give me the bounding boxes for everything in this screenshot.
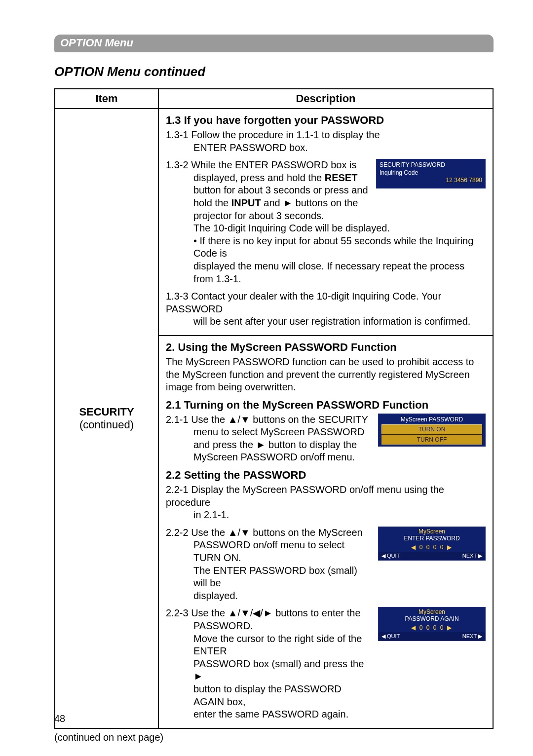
text: displayed, press and hold the [193, 172, 325, 183]
banner-text: OPTION Menu [60, 37, 133, 49]
text: Move the cursor to the right side of the… [193, 633, 362, 657]
text: hold the [193, 197, 231, 208]
panel-subtitle: ENTER PASSWORD [379, 535, 485, 543]
inquiring-code-value: 12 3456 7890 [380, 177, 482, 185]
item-cell: SECURITY (continued) [55, 109, 158, 728]
text: PASSWORD on/off menu to select TURN ON. [193, 539, 344, 563]
continued-note: (continued on next page) [54, 732, 494, 743]
reset-label: RESET [325, 172, 358, 183]
quit-label: ◀ QUIT [381, 553, 400, 559]
text: 2.1-1 Use the ▲/▼ buttons on the SECURIT… [166, 414, 368, 425]
text: PASSWORD box (small) and press the ► [193, 658, 364, 682]
panel-title: MyScreen PASSWORD [380, 415, 484, 424]
text: ENTER PASSWORD box. [166, 142, 486, 154]
text: in 2.1-1. [166, 509, 486, 522]
turn-on-option: TURN ON [381, 424, 482, 434]
heading-2-2: 2.2 Setting the PASSWORD [166, 469, 486, 482]
heading-2-1: 2.1 Turning on the MyScreen PASSWORD Fun… [166, 399, 486, 412]
next-label: NEXT ▶ [462, 553, 482, 559]
text: 1.3-2 While the ENTER PASSWORD box is [166, 159, 356, 170]
col-desc-header: Description [158, 89, 493, 109]
text: 2.2-1 Display the MyScreen PASSWORD on/o… [166, 484, 444, 508]
heading-2: 2. Using the MyScreen PASSWORD Function [166, 341, 486, 354]
text: 1.3-3 Contact your dealer with the 10-di… [166, 291, 441, 314]
section-1-3: 1.3 If you have forgotten your PASSWORD … [159, 109, 493, 335]
text: MyScreen PASSWORD on/off menu. [193, 452, 355, 462]
text: The ENTER PASSWORD box (small) will be [193, 565, 357, 589]
text: will be sent after your user registratio… [166, 315, 486, 328]
password-again-panel: MyScreen PASSWORD AGAIN ◀ 0 0 0 0 ▶ ◀ QU… [378, 607, 486, 641]
text: PASSWORD. [193, 620, 253, 631]
text: and ► buttons on the [261, 197, 358, 208]
text: • If there is no key input for about 55 … [193, 235, 473, 259]
heading-1-3: 1.3 If you have forgotten your PASSWORD [166, 114, 486, 127]
text: displayed. [193, 590, 238, 601]
enter-password-panel: MyScreen ENTER PASSWORD ◀ 0 0 0 0 ▶ ◀ QU… [378, 527, 486, 561]
password-digits: ◀ 0 0 0 0 ▶ [379, 543, 485, 552]
password-digits: ◀ 0 0 0 0 ▶ [379, 623, 485, 632]
option-table: Item Description SECURITY (continued) 1.… [54, 88, 494, 729]
inquiring-code-panel: SECURITY PASSWORD Inquiring Code 12 3456… [376, 159, 486, 189]
next-label: NEXT ▶ [462, 633, 482, 640]
text: displayed the menu will close. If necess… [193, 261, 464, 284]
text: 2.2-3 Use the ▲/▼/◀/► buttons to enter t… [166, 607, 361, 618]
text: projector for about 3 seconds. [193, 210, 324, 221]
text: button to display the PASSWORD AGAIN box… [193, 683, 342, 707]
quit-label: ◀ QUIT [381, 633, 400, 640]
panel-title: MyScreen [379, 527, 485, 535]
text: button for about 3 seconds or press and [193, 185, 368, 195]
section-banner: OPTION Menu [54, 35, 494, 52]
panel-title: SECURITY PASSWORD [380, 161, 482, 169]
text: 2.2-2 Use the ▲/▼ buttons on the MyScree… [166, 527, 363, 538]
item-main: SECURITY [58, 406, 155, 418]
turn-off-option: TURN OFF [381, 435, 482, 445]
panel-subtitle: Inquiring Code [380, 169, 482, 177]
text: The MyScreen PASSWORD function can be us… [166, 356, 486, 394]
item-sub: (continued) [58, 418, 155, 431]
text: 1.3-1 Follow the procedure in 1.1-1 to d… [166, 129, 380, 140]
section-2: 2. Using the MyScreen PASSWORD Function … [159, 336, 493, 728]
text: menu to select MyScreen PASSWORD [193, 426, 364, 437]
input-label: INPUT [231, 197, 261, 208]
myscreen-onoff-panel: MyScreen PASSWORD TURN ON TURN OFF [378, 414, 486, 447]
panel-subtitle: PASSWORD AGAIN [379, 615, 485, 623]
text: The 10-digit Inquiring Code will be disp… [193, 223, 390, 233]
text: enter the same PASSWORD again. [193, 709, 348, 719]
page-number: 48 [54, 713, 65, 724]
page-subtitle: OPTION Menu continued [54, 64, 494, 79]
panel-title: MyScreen [379, 607, 485, 615]
col-item-header: Item [55, 89, 158, 109]
text: and press the ► button to display the [193, 439, 357, 450]
